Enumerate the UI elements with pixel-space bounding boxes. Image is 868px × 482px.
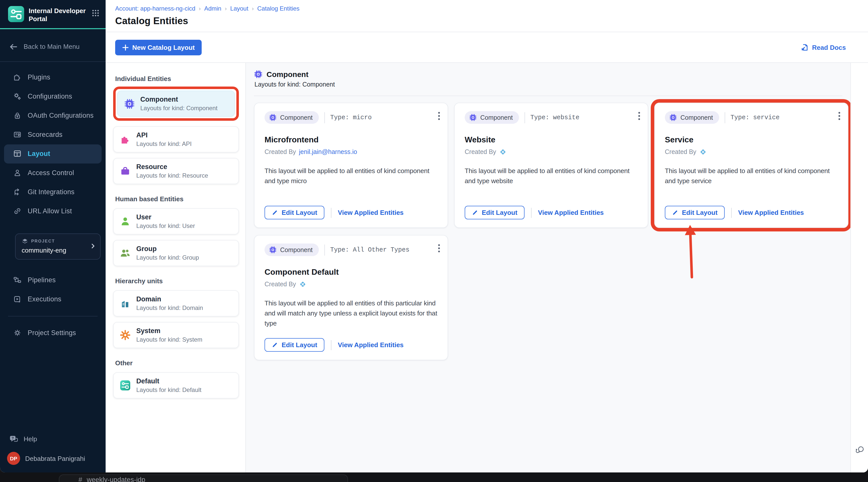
pencil-icon (472, 209, 478, 216)
user-name: Debabrata Panigrahi (25, 455, 85, 462)
group-icon (120, 247, 131, 259)
chat-bubbles-icon[interactable] (855, 445, 865, 454)
user-menu[interactable]: DP Debabrata Panigrahi (0, 448, 105, 469)
breadcrumb-catalog-entities[interactable]: Catalog Entities (257, 5, 300, 12)
new-catalog-layout-button[interactable]: New Catalog Layout (115, 39, 202, 55)
layout-title: Website (465, 135, 638, 144)
edit-layout-button[interactable]: Edit Layout (665, 206, 725, 219)
view-applied-entities-link[interactable]: View Applied Entities (338, 341, 404, 349)
app-switcher-icon[interactable] (92, 9, 100, 17)
annotation-highlight-box: Component Layouts for kind: Component (113, 87, 239, 121)
type-label: Type: All Other Types (330, 246, 409, 253)
sidebar: Internal Developer Portal Back to Main M… (0, 0, 105, 473)
card-menu-kebab-icon[interactable] (637, 111, 641, 121)
kind-desc: Layouts for kind: User (136, 222, 195, 230)
sidebar-item-configurations[interactable]: Configurations (4, 87, 101, 106)
sidebar-item-label: Git Integrations (28, 188, 74, 196)
edit-layout-button[interactable]: Edit Layout (465, 206, 525, 219)
layout-description: This layout will be applied to all entit… (265, 298, 437, 329)
section-title: Other (115, 359, 239, 367)
layout-title: Component Default (265, 268, 437, 277)
sidebar-item-project-settings[interactable]: Project Settings (4, 323, 101, 342)
kind-name: Default (136, 378, 202, 385)
kind-card-group[interactable]: Group Layouts for kind: Group (113, 240, 239, 266)
gears-icon (13, 92, 22, 101)
view-applied-entities-link[interactable]: View Applied Entities (338, 209, 404, 216)
kind-card-component[interactable]: Component Layouts for kind: Component (117, 91, 235, 117)
kind-card-user[interactable]: User Layouts for kind: User (113, 208, 239, 235)
view-applied-entities-link[interactable]: View Applied Entities (538, 209, 604, 216)
main-area: Account: app-harness-ng-cicd › Admin › L… (105, 0, 868, 473)
sidebar-item-url-allow-list[interactable]: URL Allow List (4, 202, 101, 221)
sidebar-item-plugins[interactable]: Plugins (4, 68, 101, 87)
sidebar-divider (0, 61, 105, 62)
app-title: Internal Developer Portal (29, 6, 87, 23)
sidebar-item-label: OAuth Configurations (28, 112, 94, 119)
sidebar-item-access-control[interactable]: Access Control (4, 163, 101, 182)
screen: Internal Developer Portal Back to Main M… (0, 0, 868, 482)
kind-header-subtitle: Layouts for kind: Component (254, 81, 850, 88)
sidebar-item-layout[interactable]: Layout (4, 144, 101, 163)
puzzle-piece-icon (120, 134, 131, 145)
section-title: Human based Entities (115, 195, 239, 203)
breadcrumb: Account: app-harness-ng-cicd › Admin › L… (115, 0, 868, 12)
sidebar-item-label: Executions (28, 295, 61, 303)
view-applied-entities-link[interactable]: View Applied Entities (738, 209, 804, 216)
edit-layout-button[interactable]: Edit Layout (265, 206, 324, 219)
created-by-label: Created By (665, 148, 696, 155)
right-rail (850, 63, 868, 473)
card-menu-kebab-icon[interactable] (437, 111, 441, 121)
layout-card-component-default: Component Type: All Other Types Componen… (254, 235, 448, 360)
card-menu-kebab-icon[interactable] (837, 111, 841, 121)
back-arrow-icon (9, 42, 18, 51)
sidebar-item-oauth-configurations[interactable]: OAuth Configurations (4, 106, 101, 125)
layout-card-service: Component Type: service Service Created … (654, 103, 848, 228)
sidebar-nav-secondary: Pipelines Executions (0, 267, 105, 309)
card-menu-kebab-icon[interactable] (437, 243, 441, 253)
user-icon (120, 216, 131, 227)
kind-badge: Component (265, 111, 318, 124)
sidebar-item-scorecards[interactable]: Scorecards (4, 125, 101, 144)
help-button[interactable]: ? Help (0, 429, 105, 448)
created-by-label: Created By (265, 148, 296, 155)
scorecard-icon (13, 130, 22, 139)
idp-logo-icon (8, 6, 24, 22)
pencil-icon (272, 342, 278, 348)
creator-email-link[interactable]: jenil.jain@harness.io (299, 148, 357, 155)
building-icon (120, 298, 131, 309)
sidebar-item-label: Layout (28, 150, 50, 157)
read-docs-link[interactable]: Read Docs (801, 43, 846, 51)
section-title: Hierarchy units (115, 277, 239, 285)
breadcrumb-layout[interactable]: Layout (230, 5, 248, 12)
sidebar-item-executions[interactable]: Executions (4, 290, 101, 309)
kind-card-resource[interactable]: Resource Layouts for kind: Resource (113, 158, 239, 184)
back-to-main-menu[interactable]: Back to Main Menu (0, 38, 105, 55)
layout-description: This layout will be applied to all entit… (465, 166, 638, 186)
edit-layout-button[interactable]: Edit Layout (265, 338, 324, 352)
kind-card-api[interactable]: API Layouts for kind: API (113, 126, 239, 152)
kind-card-system[interactable]: System Layouts for kind: System (113, 322, 239, 348)
divider (254, 96, 842, 96)
sidebar-item-pipelines[interactable]: Pipelines (4, 270, 101, 290)
sidebar-item-git-integrations[interactable]: Git Integrations (4, 182, 101, 202)
project-selector[interactable]: PROJECT community-eng (15, 233, 100, 259)
page-title: Catalog Entities (115, 16, 868, 27)
layout-description: This layout will be applied to all entit… (265, 166, 437, 186)
kind-name: System (136, 327, 203, 335)
kind-header: Component (254, 70, 850, 79)
kind-card-domain[interactable]: Domain Layouts for kind: Domain (113, 290, 239, 317)
chevron-right-icon (90, 243, 96, 249)
breadcrumb-account[interactable]: Account: app-harness-ng-cicd (115, 5, 195, 12)
kind-desc: Layouts for kind: Domain (136, 304, 203, 311)
breadcrumb-admin[interactable]: Admin (204, 5, 221, 12)
sidebar-header: Internal Developer Portal (0, 0, 105, 28)
divider (731, 208, 732, 218)
divider (331, 208, 332, 218)
help-chat-icon: ? (9, 434, 18, 443)
back-label: Back to Main Menu (24, 43, 80, 50)
gear-icon (13, 329, 22, 337)
type-label: Type: website (530, 114, 579, 121)
kind-badge: Component (665, 111, 719, 124)
kind-card-default[interactable]: Default Layouts for kind: Default (113, 372, 239, 398)
sidebar-item-label: Configurations (28, 93, 72, 100)
